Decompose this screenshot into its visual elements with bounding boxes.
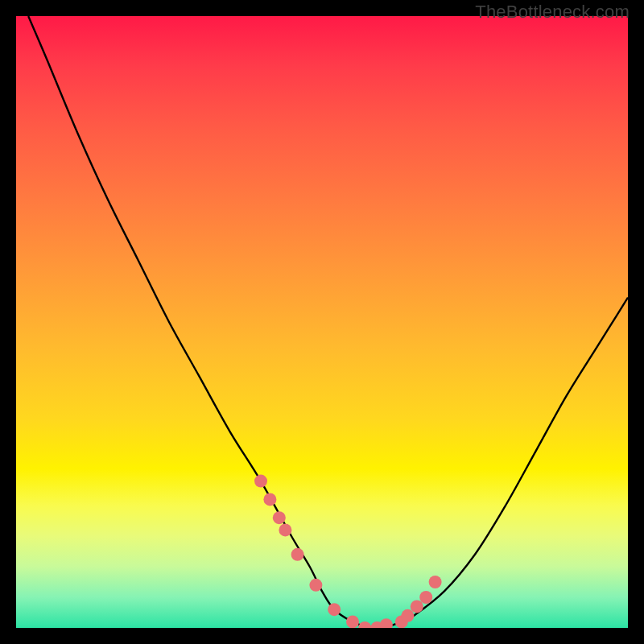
highlight-dot: [419, 591, 432, 604]
bottleneck-curve-path: [28, 16, 628, 628]
highlight-dots-group: [254, 475, 442, 628]
highlight-dot: [358, 621, 371, 628]
highlight-dot: [328, 603, 341, 616]
highlight-dot: [380, 618, 393, 628]
highlight-dot: [411, 600, 423, 613]
curve-svg: [16, 16, 628, 628]
highlight-dot: [254, 475, 267, 488]
highlight-dot: [273, 511, 286, 524]
highlight-dot: [263, 493, 276, 506]
highlight-dot: [291, 548, 304, 561]
highlight-dot: [429, 576, 442, 588]
plot-area: [16, 16, 628, 628]
highlight-dot: [401, 609, 414, 622]
highlight-dot: [346, 615, 359, 628]
watermark-text: TheBottleneck.com: [475, 2, 630, 23]
highlight-dot: [279, 523, 291, 536]
highlight-dot: [309, 579, 322, 592]
chart-container: TheBottleneck.com: [0, 0, 644, 644]
